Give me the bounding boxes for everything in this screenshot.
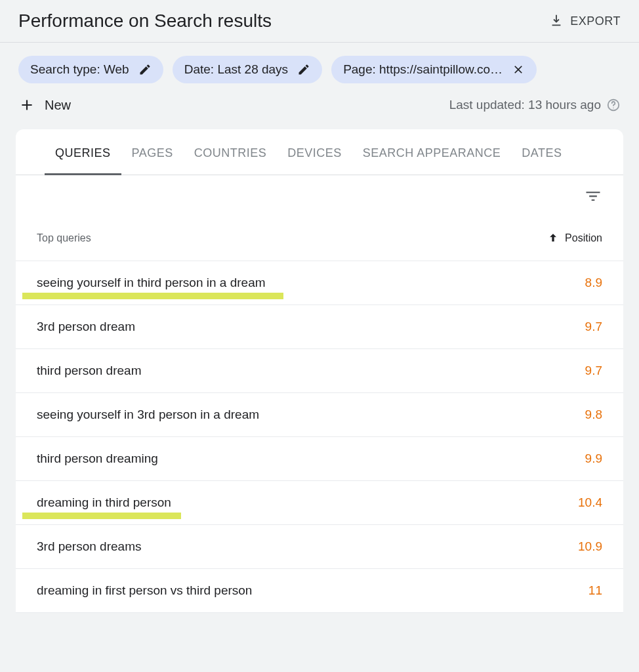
new-filter-button[interactable]: New xyxy=(18,96,71,114)
tab-queries[interactable]: QUERIES xyxy=(55,129,111,175)
last-updated-text: Last updated: 13 hours ago xyxy=(449,98,601,112)
table-row[interactable]: dreaming in third person10.4 xyxy=(16,481,623,525)
filter-chip-date[interactable]: Date: Last 28 days xyxy=(173,56,322,83)
table-filter-row xyxy=(16,175,623,213)
results-card: QUERIES PAGES COUNTRIES DEVICES SEARCH A… xyxy=(16,129,623,613)
position-value: 11 xyxy=(588,583,602,598)
table-row[interactable]: 3rd person dream9.7 xyxy=(16,305,623,349)
help-icon[interactable] xyxy=(606,98,621,112)
column-header-queries: Top queries xyxy=(37,232,91,244)
table-row[interactable]: seeing yourself in third person in a dre… xyxy=(16,261,623,305)
highlight-marker xyxy=(22,293,283,299)
filter-list-icon[interactable] xyxy=(584,187,602,205)
query-text: seeing yourself in third person in a dre… xyxy=(37,276,266,290)
close-icon[interactable] xyxy=(512,63,525,76)
new-filter-row: New Last updated: 13 hours ago xyxy=(0,89,639,129)
filter-chips-row: Search type: Web Date: Last 28 days Page… xyxy=(0,43,639,89)
last-updated: Last updated: 13 hours ago xyxy=(449,98,621,112)
page-header: Performance on Search results EXPORT xyxy=(0,0,639,43)
table-body: seeing yourself in third person in a dre… xyxy=(16,261,623,613)
pencil-icon xyxy=(138,63,152,76)
position-value: 9.8 xyxy=(585,408,602,422)
filter-chip-search-type[interactable]: Search type: Web xyxy=(18,56,163,83)
position-value: 9.7 xyxy=(585,320,602,334)
svg-point-1 xyxy=(613,108,613,108)
position-value: 10.4 xyxy=(578,495,602,510)
table-row[interactable]: dreaming in first person vs third person… xyxy=(16,569,623,613)
download-icon xyxy=(549,14,564,28)
table-row[interactable]: 3rd person dreams10.9 xyxy=(16,525,623,569)
table-row[interactable]: seeing yourself in 3rd person in a dream… xyxy=(16,393,623,437)
chip-label: Search type: Web xyxy=(30,62,129,77)
table-row[interactable]: third person dream9.7 xyxy=(16,349,623,393)
position-value: 10.9 xyxy=(578,539,602,554)
tab-dates[interactable]: DATES xyxy=(522,129,562,175)
plus-icon xyxy=(18,96,35,114)
query-text: third person dreaming xyxy=(37,452,158,466)
query-text: third person dream xyxy=(37,364,141,378)
chip-label: Date: Last 28 days xyxy=(184,62,288,77)
column-header-position[interactable]: Position xyxy=(546,232,602,245)
query-text: 3rd person dream xyxy=(37,320,135,334)
export-label: EXPORT xyxy=(570,14,621,28)
table-row[interactable]: third person dreaming9.9 xyxy=(16,437,623,481)
position-value: 9.7 xyxy=(585,364,602,378)
tabs-row: QUERIES PAGES COUNTRIES DEVICES SEARCH A… xyxy=(16,129,623,175)
tab-search-appearance[interactable]: SEARCH APPEARANCE xyxy=(363,129,501,175)
tab-pages[interactable]: PAGES xyxy=(132,129,173,175)
query-text: 3rd person dreams xyxy=(37,539,141,554)
pencil-icon xyxy=(297,63,310,76)
arrow-up-icon xyxy=(546,232,560,245)
chip-label: Page: https://saintpillow.co… xyxy=(343,62,503,77)
table-header: Top queries Position xyxy=(16,213,623,261)
tab-countries[interactable]: COUNTRIES xyxy=(194,129,267,175)
filter-chip-page[interactable]: Page: https://saintpillow.co… xyxy=(331,56,537,83)
export-button[interactable]: EXPORT xyxy=(549,14,621,28)
position-label: Position xyxy=(565,232,602,244)
position-value: 8.9 xyxy=(585,276,602,290)
position-value: 9.9 xyxy=(585,452,602,466)
page-title: Performance on Search results xyxy=(18,10,272,32)
new-label: New xyxy=(45,98,71,113)
query-text: dreaming in first person vs third person xyxy=(37,583,252,598)
query-text: seeing yourself in 3rd person in a dream xyxy=(37,408,259,422)
query-text: dreaming in third person xyxy=(37,495,171,510)
tab-devices[interactable]: DEVICES xyxy=(287,129,342,175)
highlight-marker xyxy=(22,513,181,519)
